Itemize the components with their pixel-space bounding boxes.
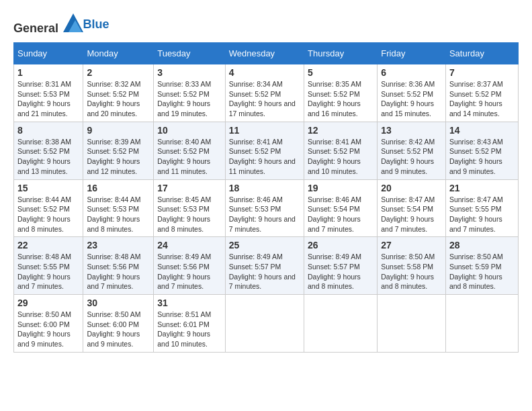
day-content: Sunrise: 8:33 AM Sunset: 5:52 PM Dayligh…: [157, 79, 222, 119]
day-content: Sunrise: 8:44 AM Sunset: 5:52 PM Dayligh…: [17, 195, 79, 234]
day-content: Sunrise: 8:41 AM Sunset: 5:52 PM Dayligh…: [229, 137, 300, 177]
day-cell: 30 Sunrise: 8:50 AM Sunset: 6:00 PM Dayl…: [83, 295, 154, 353]
day-cell: 12 Sunrise: 8:41 AM Sunset: 5:52 PM Dayl…: [304, 122, 378, 179]
calendar-table: SundayMondayTuesdayWednesdayThursdayFrid…: [13, 42, 519, 353]
day-number: 18: [229, 183, 300, 193]
logo-general: General: [13, 21, 58, 35]
day-cell: 20 Sunrise: 8:47 AM Sunset: 5:54 PM Dayl…: [378, 179, 446, 237]
day-cell: [225, 295, 304, 353]
day-cell: 13 Sunrise: 8:42 AM Sunset: 5:52 PM Dayl…: [378, 122, 446, 179]
day-content: Sunrise: 8:31 AM Sunset: 5:53 PM Dayligh…: [17, 79, 79, 119]
day-cell: 18 Sunrise: 8:46 AM Sunset: 5:53 PM Dayl…: [225, 179, 304, 237]
day-content: Sunrise: 8:46 AM Sunset: 5:54 PM Dayligh…: [308, 195, 373, 234]
day-content: Sunrise: 8:47 AM Sunset: 5:54 PM Dayligh…: [381, 195, 442, 234]
day-content: Sunrise: 8:39 AM Sunset: 5:52 PM Dayligh…: [87, 137, 150, 177]
day-cell: 17 Sunrise: 8:45 AM Sunset: 5:53 PM Dayl…: [154, 179, 226, 237]
day-cell: 29 Sunrise: 8:50 AM Sunset: 6:00 PM Dayl…: [14, 295, 83, 353]
day-content: Sunrise: 8:44 AM Sunset: 5:53 PM Dayligh…: [87, 195, 150, 234]
day-content: Sunrise: 8:41 AM Sunset: 5:52 PM Dayligh…: [308, 137, 373, 177]
day-number: 16: [87, 183, 150, 193]
day-content: Sunrise: 8:49 AM Sunset: 5:57 PM Dayligh…: [229, 252, 300, 291]
header: General Blue: [13, 13, 519, 36]
week-row: 22 Sunrise: 8:48 AM Sunset: 5:55 PM Dayl…: [14, 237, 519, 295]
logo: General Blue: [13, 13, 109, 36]
day-content: Sunrise: 8:42 AM Sunset: 5:52 PM Dayligh…: [381, 137, 442, 177]
day-content: Sunrise: 8:48 AM Sunset: 5:56 PM Dayligh…: [87, 252, 150, 291]
day-number: 22: [17, 240, 79, 250]
day-number: 31: [157, 298, 222, 308]
day-cell: 6 Sunrise: 8:36 AM Sunset: 5:52 PM Dayli…: [378, 64, 446, 122]
day-content: Sunrise: 8:40 AM Sunset: 5:52 PM Dayligh…: [157, 137, 222, 177]
day-cell: [304, 295, 378, 353]
day-number: 21: [449, 183, 515, 193]
day-number: 20: [381, 183, 442, 193]
day-cell: 4 Sunrise: 8:34 AM Sunset: 5:52 PM Dayli…: [225, 64, 304, 122]
header-day: Saturday: [445, 43, 518, 64]
day-number: 28: [449, 240, 515, 250]
day-number: 27: [381, 240, 442, 250]
header-day: Wednesday: [225, 43, 304, 64]
day-number: 30: [87, 298, 150, 308]
day-content: Sunrise: 8:46 AM Sunset: 5:53 PM Dayligh…: [229, 195, 300, 234]
day-number: 9: [87, 125, 150, 136]
day-number: 19: [308, 183, 373, 193]
week-row: 8 Sunrise: 8:38 AM Sunset: 5:52 PM Dayli…: [14, 122, 519, 179]
day-number: 29: [17, 298, 79, 308]
day-number: 12: [308, 125, 373, 136]
day-cell: 22 Sunrise: 8:48 AM Sunset: 5:55 PM Dayl…: [14, 237, 83, 295]
day-content: Sunrise: 8:34 AM Sunset: 5:52 PM Dayligh…: [229, 79, 300, 119]
day-number: 3: [157, 67, 222, 78]
day-cell: 3 Sunrise: 8:33 AM Sunset: 5:52 PM Dayli…: [154, 64, 226, 122]
day-cell: 28 Sunrise: 8:50 AM Sunset: 5:59 PM Dayl…: [445, 237, 518, 295]
day-content: Sunrise: 8:51 AM Sunset: 6:01 PM Dayligh…: [157, 310, 222, 349]
week-row: 1 Sunrise: 8:31 AM Sunset: 5:53 PM Dayli…: [14, 64, 519, 122]
day-cell: [378, 295, 446, 353]
day-number: 2: [87, 67, 150, 78]
day-cell: 27 Sunrise: 8:50 AM Sunset: 5:58 PM Dayl…: [378, 237, 446, 295]
day-cell: 8 Sunrise: 8:38 AM Sunset: 5:52 PM Dayli…: [14, 122, 83, 179]
day-content: Sunrise: 8:32 AM Sunset: 5:52 PM Dayligh…: [87, 79, 150, 119]
day-content: Sunrise: 8:49 AM Sunset: 5:57 PM Dayligh…: [308, 252, 373, 291]
day-number: 1: [17, 67, 79, 78]
day-cell: 15 Sunrise: 8:44 AM Sunset: 5:52 PM Dayl…: [14, 179, 83, 237]
day-cell: 11 Sunrise: 8:41 AM Sunset: 5:52 PM Dayl…: [225, 122, 304, 179]
day-content: Sunrise: 8:38 AM Sunset: 5:52 PM Dayligh…: [17, 137, 79, 177]
day-cell: 7 Sunrise: 8:37 AM Sunset: 5:52 PM Dayli…: [445, 64, 518, 122]
header-day: Friday: [378, 43, 446, 64]
day-number: 14: [449, 125, 515, 136]
day-number: 7: [449, 67, 515, 78]
week-row: 15 Sunrise: 8:44 AM Sunset: 5:52 PM Dayl…: [14, 179, 519, 237]
day-content: Sunrise: 8:48 AM Sunset: 5:55 PM Dayligh…: [17, 252, 79, 291]
day-number: 13: [381, 125, 442, 136]
day-number: 23: [87, 240, 150, 250]
day-content: Sunrise: 8:45 AM Sunset: 5:53 PM Dayligh…: [157, 195, 222, 234]
day-cell: 26 Sunrise: 8:49 AM Sunset: 5:57 PM Dayl…: [304, 237, 378, 295]
header-day: Sunday: [14, 43, 83, 64]
header-day: Monday: [83, 43, 154, 64]
day-number: 26: [308, 240, 373, 250]
logo-blue: Blue: [83, 17, 109, 31]
day-cell: 24 Sunrise: 8:49 AM Sunset: 5:56 PM Dayl…: [154, 237, 226, 295]
logo-icon: [63, 13, 83, 32]
logo-text: General: [13, 13, 83, 36]
header-day: Thursday: [304, 43, 378, 64]
day-content: Sunrise: 8:43 AM Sunset: 5:52 PM Dayligh…: [449, 137, 515, 177]
day-content: Sunrise: 8:35 AM Sunset: 5:52 PM Dayligh…: [308, 79, 373, 119]
day-cell: 19 Sunrise: 8:46 AM Sunset: 5:54 PM Dayl…: [304, 179, 378, 237]
day-cell: 5 Sunrise: 8:35 AM Sunset: 5:52 PM Dayli…: [304, 64, 378, 122]
day-content: Sunrise: 8:36 AM Sunset: 5:52 PM Dayligh…: [381, 79, 442, 119]
day-number: 5: [308, 67, 373, 78]
day-number: 10: [157, 125, 222, 136]
day-cell: 25 Sunrise: 8:49 AM Sunset: 5:57 PM Dayl…: [225, 237, 304, 295]
header-day: Tuesday: [154, 43, 226, 64]
day-cell: 16 Sunrise: 8:44 AM Sunset: 5:53 PM Dayl…: [83, 179, 154, 237]
day-number: 25: [229, 240, 300, 250]
day-cell: 23 Sunrise: 8:48 AM Sunset: 5:56 PM Dayl…: [83, 237, 154, 295]
day-number: 4: [229, 67, 300, 78]
day-cell: 2 Sunrise: 8:32 AM Sunset: 5:52 PM Dayli…: [83, 64, 154, 122]
day-cell: 31 Sunrise: 8:51 AM Sunset: 6:01 PM Dayl…: [154, 295, 226, 353]
header-row: SundayMondayTuesdayWednesdayThursdayFrid…: [14, 43, 519, 64]
day-cell: 10 Sunrise: 8:40 AM Sunset: 5:52 PM Dayl…: [154, 122, 226, 179]
day-cell: 21 Sunrise: 8:47 AM Sunset: 5:55 PM Dayl…: [445, 179, 518, 237]
day-content: Sunrise: 8:37 AM Sunset: 5:52 PM Dayligh…: [449, 79, 515, 119]
